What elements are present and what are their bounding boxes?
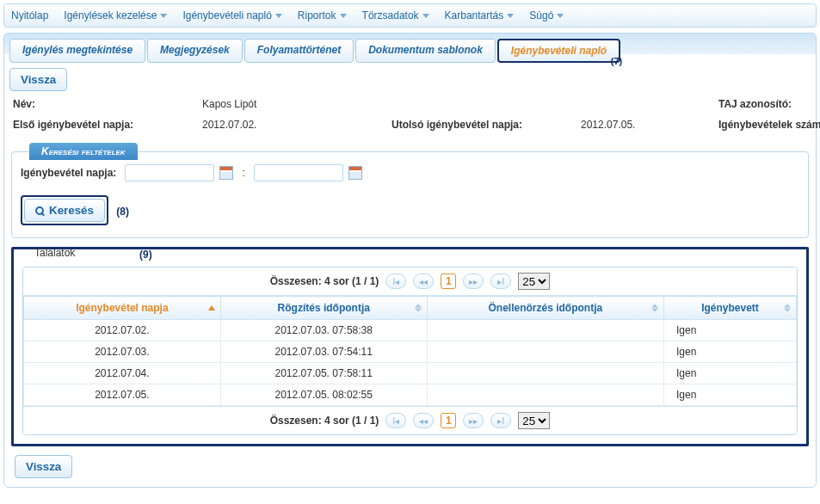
results-highlight: Találatok (9) Összesen: 4 sor (1 / 1) I◂… xyxy=(11,247,809,446)
page-current: 1 xyxy=(441,413,456,428)
cell-checked xyxy=(427,363,663,384)
page-size-select[interactable]: 25 xyxy=(518,273,550,290)
page-current: 1 xyxy=(441,274,456,289)
col-recorded[interactable]: Rögzítés időpontja xyxy=(220,297,427,320)
cell-recorded: 2012.07.05. 07:58:11 xyxy=(220,363,427,384)
page-prev-button[interactable]: ◂◂ xyxy=(413,274,434,289)
last-value: 2012.07.05. xyxy=(581,119,718,131)
menu-label: Súgó xyxy=(529,9,553,22)
first-label: Első igénybevétel napja: xyxy=(13,119,202,131)
paginator-bottom: Összesen: 4 sor (1 / 1) I◂ ◂◂ 1 ▸▸ ▸I 25 xyxy=(23,406,797,434)
chevron-down-icon xyxy=(507,14,514,18)
details-grid: Név: Kapos Lipót TAJ azonosító: 55500870… xyxy=(9,91,811,143)
paginator-summary: Összesen: 4 sor (1 / 1) xyxy=(270,275,379,287)
menu-label: Karbantartás xyxy=(445,9,504,22)
tab-megtekintes[interactable]: Igénylés megtekintése xyxy=(9,39,145,63)
cell-used: Igen xyxy=(664,363,797,384)
col-date[interactable]: Igénybevétel napja xyxy=(24,297,221,320)
menu-sugo[interactable]: Súgó xyxy=(529,9,564,22)
table-row[interactable]: 2012.07.02. 2012.07.03. 07:58:38 Igen xyxy=(24,320,797,341)
menu-label: Nyitólap xyxy=(11,9,48,22)
date-label: Igénybevétel napja: xyxy=(21,167,116,179)
calendar-icon[interactable] xyxy=(219,166,233,180)
annotation-7: (7) xyxy=(611,56,622,66)
page-first-button[interactable]: I◂ xyxy=(385,413,406,428)
sort-asc-icon xyxy=(208,305,215,310)
page-next-button[interactable]: ▸▸ xyxy=(463,274,484,289)
annotation-9: (9) xyxy=(139,249,152,261)
page-last-button[interactable]: ▸I xyxy=(490,413,511,428)
menu-igenylesek[interactable]: Igénylések kezelése xyxy=(64,9,167,22)
table-row[interactable]: 2012.07.04. 2012.07.05. 07:58:11 Igen xyxy=(24,363,797,384)
table-row[interactable]: 2012.07.03. 2012.07.03. 07:54:11 Igen xyxy=(24,341,797,363)
search-button-label: Keresés xyxy=(49,204,94,217)
count-label: Igénybevételek száma: xyxy=(718,119,820,131)
main-panel: Igénylés megtekintése Megjegyzések Folya… xyxy=(3,33,817,488)
tab-sablonok[interactable]: Dokumentum sablonok xyxy=(355,39,496,63)
menu-torzsadatok[interactable]: Törzsadatok xyxy=(362,9,429,22)
search-icon xyxy=(35,206,44,215)
tab-megjegyzesek[interactable]: Megjegyzések xyxy=(147,39,243,63)
paginator-summary: Összesen: 4 sor (1 / 1) xyxy=(270,415,379,427)
cell-used: Igen xyxy=(664,320,797,341)
menu-naplo[interactable]: Igénybevételi napló xyxy=(182,9,281,22)
date-from-input[interactable] xyxy=(125,164,214,181)
paginator-top: Összesen: 4 sor (1 / 1) I◂ ◂◂ 1 ▸▸ ▸I 25 xyxy=(23,267,797,296)
menu-label: Riportok xyxy=(298,9,336,22)
taj-label: TAJ azonosító: xyxy=(718,98,820,110)
cell-checked xyxy=(427,341,663,363)
cell-used: Igen xyxy=(664,384,797,406)
table-row[interactable]: 2012.07.05. 2012.07.05. 08:02:55 Igen xyxy=(24,384,797,406)
cell-checked xyxy=(427,384,663,406)
menu-riportok[interactable]: Riportok xyxy=(298,9,347,22)
tab-naplo[interactable]: Igénybevételi napló (7) xyxy=(497,39,620,63)
page-next-button[interactable]: ▸▸ xyxy=(463,413,484,428)
top-menu: Nyitólap Igénylések kezelése Igénybevéte… xyxy=(3,3,817,28)
menu-label: Igénybevételi napló xyxy=(182,9,271,22)
sort-icon xyxy=(415,304,422,312)
menu-nyitolap[interactable]: Nyitólap xyxy=(11,9,48,22)
menu-label: Igénylések kezelése xyxy=(64,9,157,22)
name-label: Név: xyxy=(13,98,202,110)
results-table-wrapper: Összesen: 4 sor (1 / 1) I◂ ◂◂ 1 ▸▸ ▸I 25… xyxy=(22,267,798,435)
tab-folyamattortenet[interactable]: Folyamattörténet xyxy=(244,39,354,63)
chevron-down-icon xyxy=(275,14,282,18)
search-button-highlight: Keresés xyxy=(21,195,108,225)
col-checked[interactable]: Önellenörzés időpontja xyxy=(427,297,663,320)
tabs: Igénylés megtekintése Megjegyzések Folya… xyxy=(9,39,811,63)
search-button[interactable]: Keresés xyxy=(24,199,105,222)
chevron-down-icon xyxy=(557,14,564,18)
first-value: 2012.07.02. xyxy=(202,119,392,131)
date-separator: : xyxy=(242,167,244,179)
back-button-bottom[interactable]: Vissza xyxy=(15,455,72,478)
results-legend: Találatok xyxy=(34,247,129,259)
cell-date: 2012.07.05. xyxy=(24,384,221,406)
annotation-8: (8) xyxy=(116,206,129,218)
cell-date: 2012.07.02. xyxy=(24,320,221,341)
tab-label: Igénybevételi napló xyxy=(511,45,607,57)
date-to-input[interactable] xyxy=(254,164,343,181)
page-size-select[interactable]: 25 xyxy=(518,412,550,429)
cell-recorded: 2012.07.03. 07:54:11 xyxy=(220,341,427,363)
page-first-button[interactable]: I◂ xyxy=(385,274,406,289)
name-value: Kapos Lipót xyxy=(202,98,392,110)
menu-karbantartas[interactable]: Karbantartás xyxy=(445,9,515,22)
cell-recorded: 2012.07.03. 07:58:38 xyxy=(220,320,427,341)
page-last-button[interactable]: ▸I xyxy=(490,274,511,289)
search-row: Igénybevétel napja: : xyxy=(21,164,799,181)
results-table: Igénybevétel napja Rögzítés időpontja Ön… xyxy=(23,296,797,406)
cell-date: 2012.07.03. xyxy=(24,341,221,363)
chevron-down-icon xyxy=(160,14,167,18)
sort-icon xyxy=(651,304,658,312)
page-prev-button[interactable]: ◂◂ xyxy=(413,413,434,428)
cell-date: 2012.07.04. xyxy=(24,363,221,384)
menu-label: Törzsadatok xyxy=(362,9,419,22)
cell-checked xyxy=(427,320,663,341)
sort-icon xyxy=(784,304,791,312)
col-used[interactable]: Igénybevett xyxy=(664,297,797,320)
last-label: Utolsó igénybevétel napja: xyxy=(392,119,581,131)
back-button[interactable]: Vissza xyxy=(9,68,67,91)
search-fieldset: Keresési feltételek Igénybevétel napja: … xyxy=(11,151,809,238)
chevron-down-icon xyxy=(422,14,429,18)
calendar-icon[interactable] xyxy=(348,166,362,180)
